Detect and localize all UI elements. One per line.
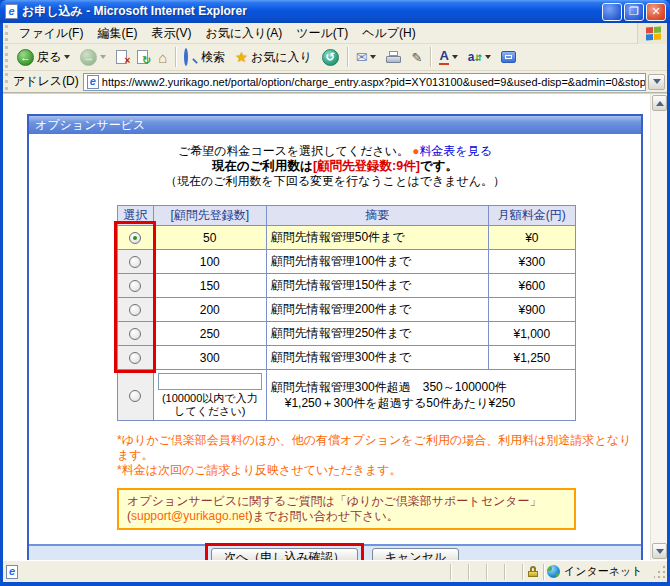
status-spacer bbox=[451, 564, 469, 580]
favorites-star-icon: ★ bbox=[235, 50, 248, 64]
address-input[interactable]: e https://www2.yurikago.net/portal/optio… bbox=[83, 73, 646, 91]
favorites-label: お気に入り bbox=[251, 49, 312, 66]
forward-icon: → bbox=[80, 49, 97, 66]
plan-radio[interactable] bbox=[129, 280, 141, 292]
search-label: 検索 bbox=[201, 49, 225, 66]
radio-cell[interactable] bbox=[118, 346, 154, 370]
toolbar-separator bbox=[430, 47, 431, 67]
refresh-icon: ↻ bbox=[137, 50, 148, 64]
print-button[interactable] bbox=[382, 46, 405, 69]
scroll-up-button[interactable] bbox=[652, 95, 667, 111]
header-select: 選択 bbox=[118, 206, 154, 226]
intro-line-1: ご希望の料金コースを選択してください。 ●料金表を見る bbox=[29, 144, 641, 159]
font-dropdown-icon[interactable] bbox=[452, 55, 458, 59]
address-dropdown-button[interactable] bbox=[648, 74, 665, 90]
radio-cell[interactable] bbox=[118, 250, 154, 274]
favorites-button[interactable]: ★ お気に入り bbox=[231, 46, 315, 69]
edit-button[interactable]: ✎ bbox=[407, 46, 426, 69]
vertical-scrollbar[interactable] bbox=[650, 94, 667, 560]
translate-icon: a⇵ bbox=[468, 50, 482, 64]
font-size-button[interactable]: A bbox=[435, 46, 461, 69]
plan-radio[interactable] bbox=[129, 352, 141, 364]
panel-title: オプションサービス bbox=[29, 116, 641, 134]
menu-favorites[interactable]: お気に入り(A) bbox=[198, 22, 289, 45]
header-count: [顧問先登録数] bbox=[153, 206, 266, 226]
back-button[interactable]: ← 戻る bbox=[13, 46, 74, 69]
zone-label: インターネット bbox=[564, 564, 643, 579]
home-button[interactable]: ⌂ bbox=[154, 46, 171, 69]
custom-plan-row: (100000以内で入力してください) 顧問先情報管理300件超過 350～10… bbox=[118, 370, 576, 421]
menu-file[interactable]: ファイル(F) bbox=[12, 22, 90, 45]
plan-radio[interactable] bbox=[129, 256, 141, 268]
custom-count-input[interactable] bbox=[158, 373, 262, 390]
option-service-panel: オプションサービス ご希望の料金コースを選択してください。 ●料金表を見る 現在… bbox=[27, 114, 643, 560]
usage-count-highlight: [顧問先登録数:9件] bbox=[313, 159, 420, 173]
next-button[interactable]: 次へ（申し込み確認） bbox=[211, 548, 358, 561]
radio-cell[interactable] bbox=[118, 370, 154, 421]
resize-grip[interactable] bbox=[654, 564, 667, 580]
close-button[interactable]: ✕ bbox=[646, 3, 666, 21]
search-button[interactable]: 検索 bbox=[180, 46, 229, 69]
minimize-button[interactable]: _ bbox=[602, 3, 622, 21]
status-bar: e インターネット bbox=[3, 560, 667, 582]
plan-count: 250 bbox=[153, 322, 266, 346]
cancel-button[interactable]: キャンセル bbox=[372, 548, 459, 561]
plan-radio[interactable] bbox=[129, 328, 141, 340]
plan-fee: ¥0 bbox=[488, 226, 575, 250]
refresh-button[interactable]: ↻ bbox=[133, 46, 152, 69]
plan-table-wrap: 選択 [顧問先登録数] 摘要 月額料金(円) 50顧問先情報管理50件まで¥01… bbox=[117, 205, 576, 421]
mail-icon: ✉ bbox=[356, 50, 368, 64]
price-table-link[interactable]: 料金表を見る bbox=[420, 144, 493, 158]
home-icon: ⌂ bbox=[158, 50, 167, 65]
maximize-button[interactable]: ❐ bbox=[624, 3, 644, 21]
radio-cell[interactable] bbox=[118, 274, 154, 298]
translate-button[interactable]: a⇵ bbox=[464, 46, 495, 69]
radio-cell[interactable] bbox=[118, 226, 154, 250]
support-email-link[interactable]: support@yurikago.net bbox=[131, 509, 249, 523]
fullscreen-button[interactable] bbox=[497, 46, 520, 69]
support-line-2: (support@yurikago.net)までお問い合わせ下さい。 bbox=[127, 509, 566, 524]
search-icon bbox=[184, 50, 198, 64]
forward-button[interactable]: → bbox=[76, 46, 110, 69]
status-main-cell: e bbox=[3, 564, 451, 580]
toolbar-grip[interactable] bbox=[5, 46, 9, 68]
table-header-row: 選択 [顧問先登録数] 摘要 月額料金(円) bbox=[118, 206, 576, 226]
status-spacer bbox=[505, 564, 523, 580]
window-title: お申し込み - Microsoft Internet Explorer bbox=[22, 3, 600, 20]
translate-dropdown-icon[interactable] bbox=[485, 55, 491, 59]
menu-bar: ファイル(F) 編集(E) 表示(V) お気に入り(A) ツール(T) ヘルプ(… bbox=[3, 23, 667, 44]
plan-fee: ¥900 bbox=[488, 298, 575, 322]
plan-radio[interactable] bbox=[129, 232, 141, 244]
table-row: 300顧問先情報管理300件まで¥1,250 bbox=[118, 346, 576, 370]
back-dropdown-icon[interactable] bbox=[64, 55, 70, 59]
menu-help[interactable]: ヘルプ(H) bbox=[355, 22, 423, 45]
stop-button[interactable]: × bbox=[112, 46, 131, 69]
toolbar-separator bbox=[175, 47, 176, 67]
note-line-2: *料金は次回のご請求より反映させていただきます。 bbox=[117, 463, 641, 478]
menu-edit[interactable]: 編集(E) bbox=[90, 22, 144, 45]
plan-radio[interactable] bbox=[129, 390, 141, 402]
radio-cell[interactable] bbox=[118, 322, 154, 346]
scroll-down-button[interactable] bbox=[652, 543, 667, 559]
mail-dropdown-icon[interactable] bbox=[370, 55, 376, 59]
back-icon: ← bbox=[17, 49, 34, 66]
intro-line-3: （現在のご利用数を下回る変更を行なうことはできません。） bbox=[29, 174, 641, 189]
page-favicon: e bbox=[87, 75, 99, 89]
back-label: 戻る bbox=[37, 49, 61, 66]
address-url[interactable]: https://www2.yurikago.net/portal/option/… bbox=[102, 76, 645, 88]
mail-button[interactable]: ✉ bbox=[352, 46, 381, 69]
custom-count-caption: (100000以内で入力してください) bbox=[162, 392, 258, 417]
menu-grip[interactable] bbox=[5, 25, 9, 41]
status-page-icon: e bbox=[6, 565, 18, 579]
table-row: 100顧問先情報管理100件まで¥300 bbox=[118, 250, 576, 274]
history-icon: ↺ bbox=[322, 49, 339, 66]
history-button[interactable]: ↺ bbox=[318, 46, 343, 69]
menu-tools[interactable]: ツール(T) bbox=[289, 22, 355, 45]
forward-dropdown-icon[interactable] bbox=[100, 55, 106, 59]
plan-radio[interactable] bbox=[129, 304, 141, 316]
radio-cell[interactable] bbox=[118, 298, 154, 322]
menu-view[interactable]: 表示(V) bbox=[144, 22, 198, 45]
address-grip[interactable] bbox=[5, 73, 9, 90]
header-fee: 月額料金(円) bbox=[488, 206, 575, 226]
plan-fee: ¥300 bbox=[488, 250, 575, 274]
